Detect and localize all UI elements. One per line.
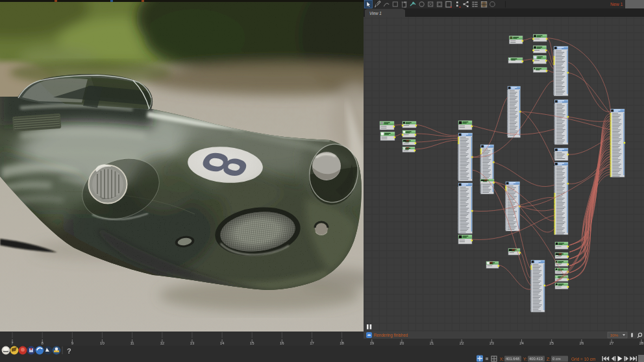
svg-text:27: 27: [610, 341, 614, 345]
svg-text:0 cm: 0 cm: [552, 357, 561, 361]
svg-text:19: 19: [369, 341, 374, 345]
svg-text:28: 28: [639, 341, 644, 345]
svg-text:25: 25: [549, 341, 554, 345]
svg-text:17: 17: [310, 341, 314, 345]
svg-text:X:: X:: [500, 357, 504, 361]
svg-text:23: 23: [489, 341, 494, 345]
svg-text:15: 15: [250, 341, 254, 345]
svg-text:30%: 30%: [610, 333, 619, 337]
svg-text:11: 11: [130, 341, 134, 345]
svg-text:18: 18: [340, 341, 344, 345]
svg-text:400.413: 400.413: [529, 357, 543, 361]
svg-text:21: 21: [430, 341, 434, 345]
svg-text:16: 16: [280, 341, 284, 345]
svg-text:13: 13: [190, 341, 195, 345]
svg-text:22: 22: [460, 341, 464, 345]
svg-text:401.648: 401.648: [506, 357, 519, 361]
svg-text:Y:: Y:: [523, 357, 527, 361]
svg-text:View 1: View 1: [369, 11, 382, 16]
svg-text:Grid = 10 cm: Grid = 10 cm: [571, 357, 595, 361]
svg-text:10: 10: [100, 341, 105, 345]
svg-text:12: 12: [160, 341, 164, 345]
svg-text:26: 26: [580, 341, 584, 345]
svg-text:?: ?: [67, 347, 71, 355]
svg-text:New 1: New 1: [610, 2, 623, 6]
svg-text:14: 14: [220, 341, 225, 345]
svg-text:Rendering finished: Rendering finished: [374, 333, 408, 338]
svg-text:Z:: Z:: [547, 357, 551, 361]
svg-text:20: 20: [400, 341, 404, 345]
svg-text:24: 24: [519, 341, 524, 345]
